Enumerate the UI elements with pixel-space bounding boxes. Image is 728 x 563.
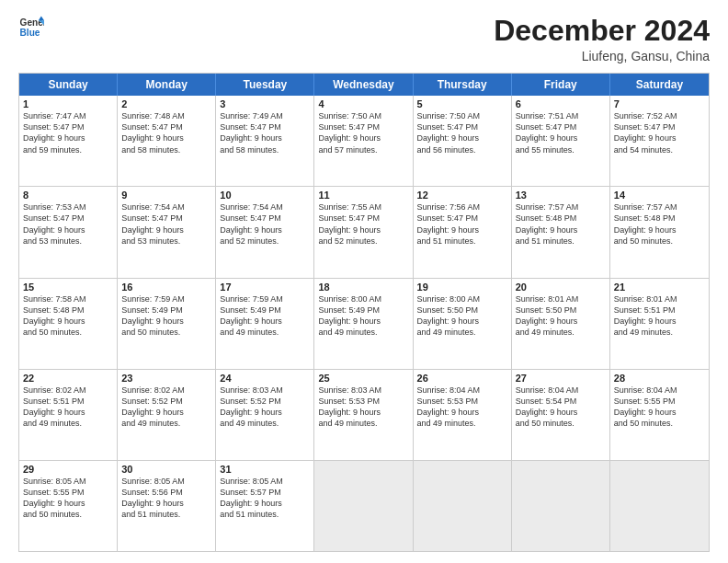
day-number-19: 19	[417, 282, 507, 293]
cal-cell-1-1: 9Sunrise: 7:54 AM Sunset: 5:47 PM Daylig…	[118, 187, 216, 277]
day-number-29: 29	[23, 464, 113, 475]
cal-cell-2-2: 17Sunrise: 7:59 AM Sunset: 5:49 PM Dayli…	[216, 279, 314, 369]
cal-cell-0-1: 2Sunrise: 7:48 AM Sunset: 5:47 PM Daylig…	[118, 96, 216, 186]
day-info-16: Sunrise: 7:59 AM Sunset: 5:49 PM Dayligh…	[121, 293, 211, 339]
cal-cell-2-5: 20Sunrise: 8:01 AM Sunset: 5:50 PM Dayli…	[512, 279, 610, 369]
week-row-2: 8Sunrise: 7:53 AM Sunset: 5:47 PM Daylig…	[19, 186, 709, 277]
cal-cell-2-0: 15Sunrise: 7:58 AM Sunset: 5:48 PM Dayli…	[19, 279, 118, 369]
month-title: December 2024	[494, 15, 710, 47]
cal-cell-0-5: 6Sunrise: 7:51 AM Sunset: 5:47 PM Daylig…	[512, 96, 610, 186]
day-number-3: 3	[220, 98, 310, 109]
week-row-3: 15Sunrise: 7:58 AM Sunset: 5:48 PM Dayli…	[19, 278, 709, 369]
header-thursday: Thursday	[414, 74, 512, 96]
day-number-24: 24	[220, 373, 310, 384]
day-number-20: 20	[516, 282, 606, 293]
day-info-2: Sunrise: 7:48 AM Sunset: 5:47 PM Dayligh…	[121, 110, 211, 155]
cal-cell-1-2: 10Sunrise: 7:54 AM Sunset: 5:47 PM Dayli…	[216, 187, 314, 277]
day-number-16: 16	[121, 282, 211, 293]
day-number-17: 17	[220, 282, 310, 293]
day-number-11: 11	[318, 190, 408, 201]
cal-cell-3-1: 23Sunrise: 8:02 AM Sunset: 5:52 PM Dayli…	[118, 370, 216, 460]
day-info-23: Sunrise: 8:02 AM Sunset: 5:52 PM Dayligh…	[121, 385, 211, 430]
logo: General Blue	[18, 15, 44, 40]
cal-cell-2-4: 19Sunrise: 8:00 AM Sunset: 5:50 PM Dayli…	[414, 279, 512, 369]
header: General Blue December 2024 Liufeng, Gans…	[18, 15, 710, 63]
cal-cell-3-2: 24Sunrise: 8:03 AM Sunset: 5:52 PM Dayli…	[216, 370, 314, 460]
cal-cell-3-3: 25Sunrise: 8:03 AM Sunset: 5:53 PM Dayli…	[314, 370, 413, 460]
cal-cell-0-3: 4Sunrise: 7:50 AM Sunset: 5:47 PM Daylig…	[314, 96, 413, 186]
day-info-30: Sunrise: 8:05 AM Sunset: 5:56 PM Dayligh…	[121, 476, 211, 521]
cal-cell-4-5	[512, 461, 610, 551]
header-saturday: Saturday	[610, 74, 709, 96]
day-number-6: 6	[516, 98, 606, 109]
week-row-5: 29Sunrise: 8:05 AM Sunset: 5:55 PM Dayli…	[19, 460, 709, 551]
title-block: December 2024 Liufeng, Gansu, China	[494, 15, 710, 63]
day-info-17: Sunrise: 7:59 AM Sunset: 5:49 PM Dayligh…	[220, 293, 310, 339]
svg-text:Blue: Blue	[20, 28, 40, 38]
day-number-22: 22	[23, 373, 113, 384]
day-number-15: 15	[23, 282, 113, 293]
cal-cell-1-5: 13Sunrise: 7:57 AM Sunset: 5:48 PM Dayli…	[512, 187, 610, 277]
day-info-28: Sunrise: 8:04 AM Sunset: 5:55 PM Dayligh…	[614, 385, 705, 430]
cal-cell-0-2: 3Sunrise: 7:49 AM Sunset: 5:47 PM Daylig…	[216, 96, 314, 186]
day-number-4: 4	[318, 98, 408, 109]
day-info-7: Sunrise: 7:52 AM Sunset: 5:47 PM Dayligh…	[614, 110, 705, 155]
day-number-21: 21	[614, 282, 705, 293]
day-number-1: 1	[23, 98, 113, 109]
day-info-19: Sunrise: 8:00 AM Sunset: 5:50 PM Dayligh…	[417, 293, 507, 339]
day-info-5: Sunrise: 7:50 AM Sunset: 5:47 PM Dayligh…	[417, 110, 507, 155]
header-wednesday: Wednesday	[314, 74, 413, 96]
day-number-5: 5	[417, 98, 507, 109]
cal-cell-4-2: 31Sunrise: 8:05 AM Sunset: 5:57 PM Dayli…	[216, 461, 314, 551]
day-info-13: Sunrise: 7:57 AM Sunset: 5:48 PM Dayligh…	[516, 201, 606, 247]
cal-cell-2-3: 18Sunrise: 8:00 AM Sunset: 5:49 PM Dayli…	[314, 279, 413, 369]
cal-cell-4-0: 29Sunrise: 8:05 AM Sunset: 5:55 PM Dayli…	[19, 461, 118, 551]
cal-cell-4-6	[610, 461, 709, 551]
day-number-12: 12	[417, 190, 507, 201]
day-info-8: Sunrise: 7:53 AM Sunset: 5:47 PM Dayligh…	[23, 201, 113, 247]
day-number-8: 8	[23, 190, 113, 201]
day-info-20: Sunrise: 8:01 AM Sunset: 5:50 PM Dayligh…	[516, 293, 606, 339]
cal-cell-0-6: 7Sunrise: 7:52 AM Sunset: 5:47 PM Daylig…	[610, 96, 709, 186]
day-number-31: 31	[220, 464, 310, 475]
day-info-31: Sunrise: 8:05 AM Sunset: 5:57 PM Dayligh…	[220, 476, 310, 521]
cal-cell-3-0: 22Sunrise: 8:02 AM Sunset: 5:51 PM Dayli…	[19, 370, 118, 460]
day-info-26: Sunrise: 8:04 AM Sunset: 5:53 PM Dayligh…	[417, 385, 507, 430]
cal-cell-2-6: 21Sunrise: 8:01 AM Sunset: 5:51 PM Dayli…	[610, 279, 709, 369]
day-info-14: Sunrise: 7:57 AM Sunset: 5:48 PM Dayligh…	[614, 201, 705, 247]
cal-cell-0-4: 5Sunrise: 7:50 AM Sunset: 5:47 PM Daylig…	[414, 96, 512, 186]
day-number-2: 2	[121, 98, 211, 109]
day-info-21: Sunrise: 8:01 AM Sunset: 5:51 PM Dayligh…	[614, 293, 705, 339]
day-number-13: 13	[516, 190, 606, 201]
cal-cell-4-4	[414, 461, 512, 551]
day-number-10: 10	[220, 190, 310, 201]
cal-cell-3-5: 27Sunrise: 8:04 AM Sunset: 5:54 PM Dayli…	[512, 370, 610, 460]
week-row-4: 22Sunrise: 8:02 AM Sunset: 5:51 PM Dayli…	[19, 369, 709, 460]
cal-cell-0-0: 1Sunrise: 7:47 AM Sunset: 5:47 PM Daylig…	[19, 96, 118, 186]
day-info-4: Sunrise: 7:50 AM Sunset: 5:47 PM Dayligh…	[318, 110, 408, 155]
day-number-14: 14	[614, 190, 705, 201]
day-number-26: 26	[417, 373, 507, 384]
day-number-25: 25	[318, 373, 408, 384]
page: General Blue December 2024 Liufeng, Gans…	[0, 0, 728, 563]
day-number-9: 9	[121, 190, 211, 201]
day-info-3: Sunrise: 7:49 AM Sunset: 5:47 PM Dayligh…	[220, 110, 310, 155]
day-info-25: Sunrise: 8:03 AM Sunset: 5:53 PM Dayligh…	[318, 385, 408, 430]
day-info-15: Sunrise: 7:58 AM Sunset: 5:48 PM Dayligh…	[23, 293, 113, 339]
day-number-23: 23	[121, 373, 211, 384]
cal-cell-1-6: 14Sunrise: 7:57 AM Sunset: 5:48 PM Dayli…	[610, 187, 709, 277]
header-friday: Friday	[512, 74, 610, 96]
header-monday: Monday	[118, 74, 216, 96]
day-info-1: Sunrise: 7:47 AM Sunset: 5:47 PM Dayligh…	[23, 110, 113, 155]
day-info-22: Sunrise: 8:02 AM Sunset: 5:51 PM Dayligh…	[23, 385, 113, 430]
day-number-18: 18	[318, 282, 408, 293]
cal-cell-2-1: 16Sunrise: 7:59 AM Sunset: 5:49 PM Dayli…	[118, 279, 216, 369]
cal-cell-4-1: 30Sunrise: 8:05 AM Sunset: 5:56 PM Dayli…	[118, 461, 216, 551]
calendar-header: Sunday Monday Tuesday Wednesday Thursday…	[19, 74, 709, 96]
day-number-30: 30	[121, 464, 211, 475]
header-sunday: Sunday	[19, 74, 118, 96]
calendar-body: 1Sunrise: 7:47 AM Sunset: 5:47 PM Daylig…	[19, 96, 709, 551]
location: Liufeng, Gansu, China	[494, 49, 710, 63]
day-info-27: Sunrise: 8:04 AM Sunset: 5:54 PM Dayligh…	[516, 385, 606, 430]
cal-cell-4-3	[314, 461, 413, 551]
